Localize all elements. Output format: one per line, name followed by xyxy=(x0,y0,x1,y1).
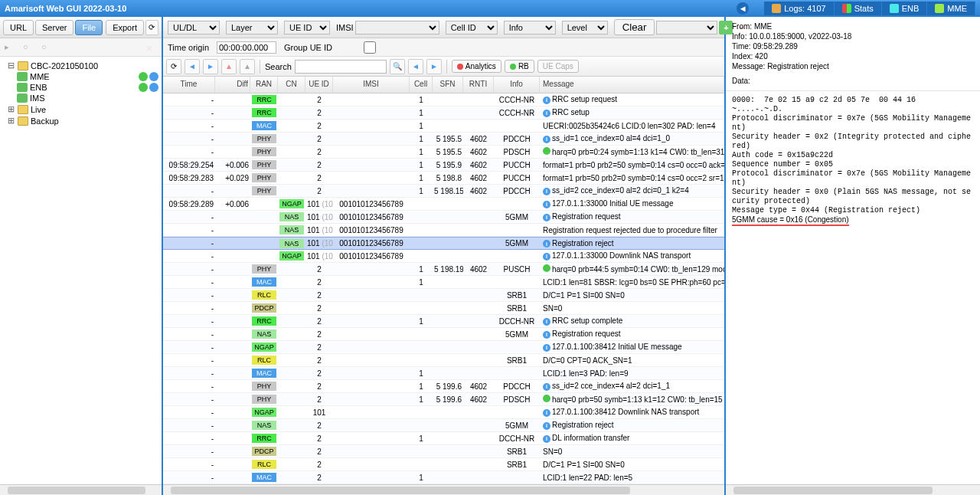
layer-select[interactable]: Layer xyxy=(226,21,278,34)
table-row[interactable]: -MAC21LCID:1 len=3 PAD: len=9 xyxy=(163,367,724,380)
url-button[interactable]: URL xyxy=(3,20,34,35)
top-tab-mme[interactable]: MME xyxy=(927,2,975,15)
table-row[interactable]: -NGAP101i127.0.1.100:38412 Downlink NAS … xyxy=(163,406,724,419)
sync2-icon[interactable]: ○ xyxy=(41,42,52,53)
table-row[interactable]: -RRC21CCCH-NRiRRC setup request xyxy=(163,93,724,107)
col-cell[interactable]: Cell xyxy=(410,77,433,93)
top-tab-enb[interactable]: ENB xyxy=(882,2,928,15)
sync-icon[interactable]: ○ xyxy=(23,42,34,53)
minus-icon[interactable]: ⊟ xyxy=(6,61,15,70)
table-row[interactable]: -PHY215 198.154602PDCCHiss_id=2 cce_inde… xyxy=(163,185,724,198)
table-row[interactable]: -MAC21UECRI:0025b35424c6 LCID:0 len=302 … xyxy=(163,120,724,133)
group-ueid-checkbox[interactable] xyxy=(340,41,400,54)
search-back-icon[interactable]: ◄ xyxy=(408,59,423,74)
left-hscroll[interactable] xyxy=(0,484,162,495)
time-origin-input[interactable] xyxy=(217,41,276,54)
table-row[interactable]: -MAC21LCID:1 len=81 SBSR: lcg=0 bs=0 SE … xyxy=(163,276,724,289)
error-icon[interactable]: ▲ xyxy=(240,59,255,74)
warn-icon[interactable]: ▲ xyxy=(221,59,237,74)
table-row[interactable]: -RLC2SRB1D/C=0 CPT=0 ACK_SN=1 xyxy=(163,354,724,367)
file-button[interactable]: File xyxy=(75,20,103,35)
back-icon[interactable]: ◄ xyxy=(185,59,200,74)
tree-item[interactable]: ⊞Backup xyxy=(0,115,162,126)
table-row[interactable]: -MAC21LCID:1 len=22 PAD: len=5 xyxy=(163,471,724,484)
analytics-button[interactable]: Analytics xyxy=(452,60,501,73)
cellid-select[interactable]: Cell ID xyxy=(446,21,498,34)
level-select[interactable]: Level xyxy=(562,21,608,34)
arrow-icon[interactable]: ▸ xyxy=(5,42,15,53)
col-cn[interactable]: CN xyxy=(278,77,305,93)
table-row[interactable]: -NGAP2i127.0.1.100:38412 Initial UE mess… xyxy=(163,341,724,354)
info-icon: i xyxy=(543,97,550,104)
search-input[interactable] xyxy=(295,60,387,74)
rb-button[interactable]: RB xyxy=(505,60,534,73)
center-hscroll[interactable] xyxy=(163,484,724,495)
folder-icon xyxy=(18,116,28,126)
col-sfn[interactable]: SFN xyxy=(433,77,463,93)
export-button[interactable]: Export xyxy=(106,20,144,35)
uldl-select[interactable]: UL/DL xyxy=(168,21,220,34)
clear-button[interactable]: Clear xyxy=(614,19,655,35)
table-row[interactable]: -PHY215 199.64602PDCCHiss_id=2 cce_index… xyxy=(163,380,724,393)
table-row[interactable]: -RRC21CCCH-NRiRRC setup xyxy=(163,107,724,120)
table-row[interactable]: -PHY215 195.54602PDSCHharq=0 prb=0:24 sy… xyxy=(163,146,724,159)
table-row[interactable]: -RRC21DCCH-NRiRRC setup complete xyxy=(163,315,724,328)
info-icon: i xyxy=(543,435,550,443)
col-imsi[interactable]: IMSI xyxy=(333,77,410,93)
log-table-header: Time Diff RAN CN UE ID IMSI Cell SFN RNT… xyxy=(163,77,724,93)
collapse-left-icon[interactable]: ◄ xyxy=(737,2,749,15)
table-row[interactable]: 09:58:29.289+0.006NGAP101 (100)001010123… xyxy=(163,198,724,211)
node-icon xyxy=(17,93,28,103)
tree-item[interactable]: ENB xyxy=(0,82,162,93)
ueid-select[interactable]: UE ID xyxy=(284,21,330,34)
table-row[interactable]: -PDCP2SRB1SN=0 xyxy=(163,445,724,458)
table-row[interactable]: 09:58:29.254+0.006PHY215 195.94602PUCCHf… xyxy=(163,159,724,172)
table-row[interactable]: -NAS101 (100)0010101234567895GMMiRegistr… xyxy=(163,211,724,224)
info-icon: i xyxy=(543,214,550,221)
table-row[interactable]: -RLC2SRB1D/C=1 P=1 SI=00 SN=0 xyxy=(163,289,724,302)
table-row[interactable]: -NAS101 (100)001010123456789Registration… xyxy=(163,224,724,237)
close-icon[interactable]: × xyxy=(146,42,157,53)
table-row[interactable]: -RRC21DCCH-NRiDL information transfer xyxy=(163,432,724,445)
col-diff[interactable]: Diff xyxy=(215,77,250,93)
col-time[interactable]: Time xyxy=(163,77,215,93)
info-select[interactable]: Info xyxy=(504,21,556,34)
origin-bar: Time origin Group UE ID xyxy=(163,38,724,57)
tree-item[interactable]: ⊞Live xyxy=(0,103,162,115)
forward-icon[interactable]: ► xyxy=(203,59,218,74)
table-row[interactable]: -PHY215 198.194602PUSCHharq=0 prb=44:5 s… xyxy=(163,263,724,276)
refresh-icon[interactable]: ⟳ xyxy=(145,20,158,35)
info-icon: i xyxy=(543,409,550,417)
table-row[interactable]: 09:58:29.283+0.029PHY215 198.84602PUCCHf… xyxy=(163,172,724,185)
log-table-body[interactable]: -RRC21CCCH-NRiRRC setup request-RRC21CCC… xyxy=(163,93,724,484)
col-ran[interactable]: RAN xyxy=(250,77,278,93)
top-tab-logs[interactable]: Logs: 4107 xyxy=(764,2,834,15)
table-row[interactable]: -NGAP101 (100)001010123456789i127.0.1.1:… xyxy=(163,250,724,263)
imsi-select[interactable] xyxy=(355,21,439,34)
server-button[interactable]: Server xyxy=(35,20,74,35)
col-msg[interactable]: Message xyxy=(540,77,724,93)
table-row[interactable]: -NAS101 (100)0010101234567895GMMiRegistr… xyxy=(163,237,724,250)
tree-item[interactable]: IMS xyxy=(0,93,162,103)
table-row[interactable]: -PHY215 195.54602PDCCHiss_id=1 cce_index… xyxy=(163,133,724,146)
table-row[interactable]: -NAS25GMMiRegistration reject xyxy=(163,419,724,432)
table-row[interactable]: -PDCP2SRB1SN=0 xyxy=(163,302,724,315)
ue-caps-button[interactable]: UE Caps xyxy=(537,60,579,73)
table-row[interactable]: -PHY215 199.64602PDSCHharq=0 prb=50 symb… xyxy=(163,393,724,406)
tree-item[interactable]: ⊟CBC-2021050100 xyxy=(0,60,162,71)
clear-select[interactable] xyxy=(656,21,717,34)
info-icon: i xyxy=(543,136,550,143)
plus-icon[interactable]: ⊞ xyxy=(6,104,15,114)
col-info[interactable]: Info xyxy=(494,77,540,93)
col-ueid[interactable]: UE ID xyxy=(305,77,333,93)
col-rnti[interactable]: RNTI xyxy=(463,77,494,93)
tree-item[interactable]: MME xyxy=(0,71,162,82)
search-icon[interactable]: 🔍 xyxy=(390,59,405,74)
top-tab-stats[interactable]: Stats xyxy=(835,2,882,15)
right-hscroll[interactable] xyxy=(726,484,980,495)
search-fwd-icon[interactable]: ► xyxy=(426,59,442,74)
refresh-icon[interactable]: ⟳ xyxy=(166,59,181,74)
table-row[interactable]: -RLC2SRB1D/C=1 P=1 SI=00 SN=0 xyxy=(163,458,724,471)
table-row[interactable]: -NAS25GMMiRegistration request xyxy=(163,328,724,341)
plus-icon[interactable]: ⊞ xyxy=(6,116,15,126)
